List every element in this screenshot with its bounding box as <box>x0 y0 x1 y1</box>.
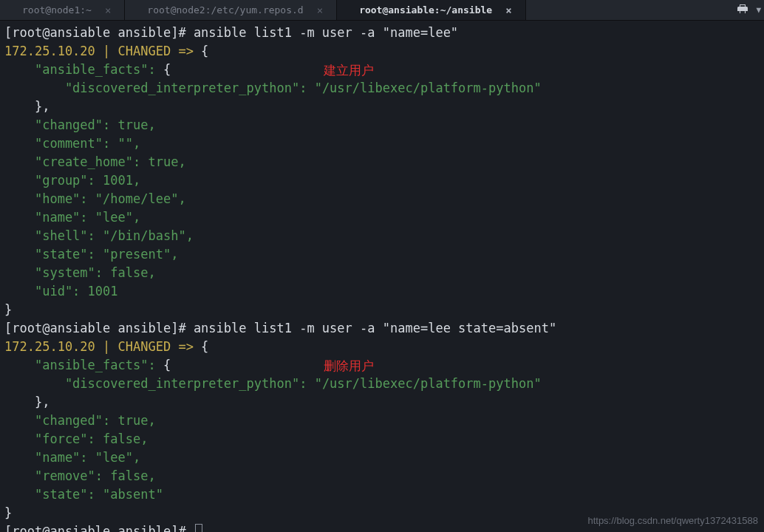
chevron-down-icon[interactable]: ▼ <box>756 0 764 20</box>
prompt: [root@ansiable ansible]# <box>4 524 194 532</box>
json-line: "shell": "/bin/bash", <box>4 228 194 243</box>
json-key: "discovered_interpreter_python": <box>4 376 315 391</box>
close-icon[interactable]: × <box>317 4 323 16</box>
json-close: } <box>4 505 12 520</box>
json-close: } <box>4 302 12 317</box>
tab-label: root@node2:/etc/yum.repos.d <box>147 4 303 16</box>
status-line: 172.25.10.20 | CHANGED => <box>4 44 201 58</box>
annotation-delete-user: 删除用户 <box>324 357 374 375</box>
json-line: "create_home": true, <box>4 154 186 169</box>
tab-bar: root@node1:~ × root@node2:/etc/yum.repos… <box>0 0 764 21</box>
json-line: "name": "lee", <box>4 450 140 465</box>
tab-ansiable[interactable]: root@ansiable:~/ansible × <box>337 0 525 20</box>
json-line: "home": "/home/lee", <box>4 191 186 206</box>
json-line: "name": "lee", <box>4 210 140 225</box>
tab-spacer <box>526 0 730 20</box>
json-line: "comment": "", <box>4 136 140 151</box>
json-line: "changed": true, <box>4 117 156 132</box>
json-line: "changed": true, <box>4 413 156 428</box>
command: ansible list1 -m user -a "name=lee" <box>194 25 458 40</box>
terminal[interactable]: [root@ansiable ansible]# ansible list1 -… <box>0 21 764 532</box>
json-value: "/usr/libexec/platform-python" <box>315 81 542 95</box>
json-value: "/usr/libexec/platform-python" <box>315 376 542 391</box>
json-line: "system": false, <box>4 265 156 280</box>
printer-icon[interactable] <box>737 3 748 18</box>
close-icon[interactable]: × <box>505 4 511 16</box>
prompt: [root@ansiable ansible]# <box>4 321 194 335</box>
json-line: "group": 1001, <box>4 173 140 188</box>
close-icon[interactable]: × <box>105 4 111 16</box>
json-line: "state": "present", <box>4 247 178 262</box>
tab-node1[interactable]: root@node1:~ × <box>0 0 125 20</box>
command: ansible list1 -m user -a "name=lee state… <box>194 321 556 335</box>
tab-label: root@node1:~ <box>22 4 92 16</box>
json-key: "discovered_interpreter_python": <box>4 81 315 95</box>
annotation-create-user: 建立用户 <box>324 61 374 80</box>
json-line: "uid": 1001 <box>4 284 118 299</box>
json-close: }, <box>4 395 50 409</box>
tab-toolbar <box>729 0 756 20</box>
json-key: "ansible_facts": <box>4 358 163 372</box>
tab-node2[interactable]: root@node2:/etc/yum.repos.d × <box>125 0 337 20</box>
json-close: }, <box>4 99 50 114</box>
json-key: "ansible_facts": <box>4 62 163 77</box>
status-line: 172.25.10.20 | CHANGED => <box>4 339 201 354</box>
watermark: https://blog.csdn.net/qwerty1372431588 <box>587 515 758 526</box>
cursor <box>195 524 202 532</box>
json-line: "remove": false, <box>4 468 156 483</box>
json-line: "state": "absent" <box>4 487 163 502</box>
json-line: "force": false, <box>4 432 148 446</box>
tab-label: root@ansiable:~/ansible <box>359 4 492 16</box>
prompt: [root@ansiable ansible]# <box>4 25 194 40</box>
